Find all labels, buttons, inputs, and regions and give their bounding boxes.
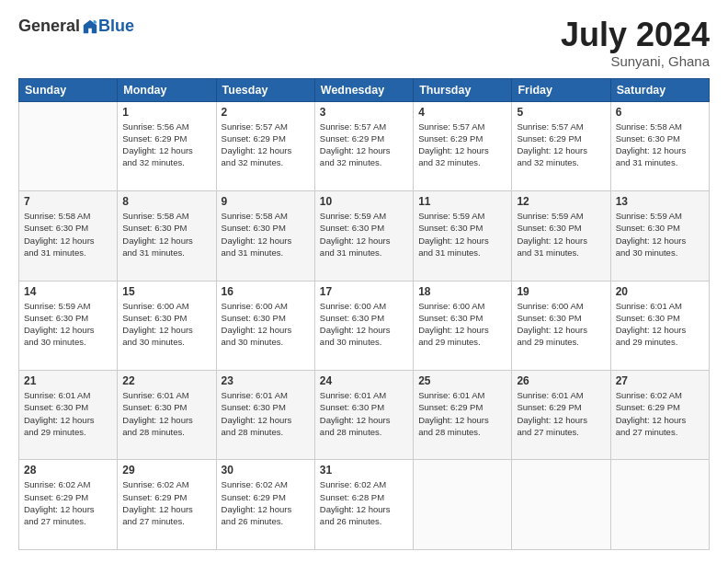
logo-blue-text: Blue (98, 17, 134, 36)
header: General Blue July 2024 Sunyani, Ghana (18, 17, 710, 69)
logo-general-text: General (18, 17, 80, 36)
calendar-location: Sunyani, Ghana (561, 53, 710, 69)
calendar-cell: 28Sunrise: 6:02 AM Sunset: 6:29 PM Dayli… (19, 460, 118, 550)
title-section: July 2024 Sunyani, Ghana (561, 17, 710, 69)
day-info: Sunrise: 6:02 AM Sunset: 6:28 PM Dayligh… (320, 478, 408, 527)
day-info: Sunrise: 6:02 AM Sunset: 6:29 PM Dayligh… (616, 389, 704, 438)
day-number: 9 (222, 195, 310, 208)
calendar-cell: 19Sunrise: 6:00 AM Sunset: 6:30 PM Dayli… (512, 281, 610, 370)
page: General Blue July 2024 Sunyani, Ghana Su… (0, 0, 728, 563)
day-info: Sunrise: 6:02 AM Sunset: 6:29 PM Dayligh… (222, 478, 310, 527)
day-info: Sunrise: 5:57 AM Sunset: 6:29 PM Dayligh… (320, 121, 408, 169)
day-info: Sunrise: 5:58 AM Sunset: 6:30 PM Dayligh… (24, 210, 112, 259)
calendar-cell: 11Sunrise: 5:59 AM Sunset: 6:30 PM Dayli… (414, 191, 512, 281)
day-info: Sunrise: 5:57 AM Sunset: 6:29 PM Dayligh… (222, 121, 310, 169)
day-number: 5 (517, 106, 605, 119)
day-number: 30 (222, 464, 310, 477)
calendar-cell: 29Sunrise: 6:02 AM Sunset: 6:29 PM Dayli… (118, 460, 216, 550)
calendar-cell: 21Sunrise: 6:01 AM Sunset: 6:30 PM Dayli… (19, 371, 118, 460)
calendar-cell: 27Sunrise: 6:02 AM Sunset: 6:29 PM Dayli… (610, 371, 709, 460)
day-number: 1 (122, 106, 210, 119)
calendar-cell: 17Sunrise: 6:00 AM Sunset: 6:30 PM Dayli… (314, 281, 413, 370)
day-info: Sunrise: 5:58 AM Sunset: 6:30 PM Dayligh… (616, 121, 704, 169)
day-info: Sunrise: 5:58 AM Sunset: 6:30 PM Dayligh… (122, 210, 210, 259)
day-info: Sunrise: 5:59 AM Sunset: 6:30 PM Dayligh… (24, 300, 112, 349)
day-info: Sunrise: 6:01 AM Sunset: 6:29 PM Dayligh… (418, 389, 506, 438)
day-header-friday: Friday (512, 78, 610, 101)
calendar-cell: 9Sunrise: 5:58 AM Sunset: 6:30 PM Daylig… (216, 191, 314, 281)
day-info: Sunrise: 5:59 AM Sunset: 6:30 PM Dayligh… (418, 210, 506, 259)
calendar-cell: 12Sunrise: 5:59 AM Sunset: 6:30 PM Dayli… (512, 191, 610, 281)
day-info: Sunrise: 5:59 AM Sunset: 6:30 PM Dayligh… (616, 210, 704, 259)
calendar-week-3: 14Sunrise: 5:59 AM Sunset: 6:30 PM Dayli… (19, 281, 710, 370)
day-info: Sunrise: 6:01 AM Sunset: 6:30 PM Dayligh… (122, 389, 210, 438)
day-info: Sunrise: 6:01 AM Sunset: 6:29 PM Dayligh… (517, 389, 605, 438)
day-info: Sunrise: 5:56 AM Sunset: 6:29 PM Dayligh… (122, 121, 210, 169)
calendar-header-row: SundayMondayTuesdayWednesdayThursdayFrid… (19, 78, 710, 101)
calendar-cell: 8Sunrise: 5:58 AM Sunset: 6:30 PM Daylig… (118, 191, 216, 281)
day-header-tuesday: Tuesday (216, 78, 314, 101)
calendar-cell (19, 101, 118, 190)
day-header-wednesday: Wednesday (314, 78, 413, 101)
day-number: 29 (122, 464, 210, 477)
day-number: 15 (122, 285, 210, 298)
day-info: Sunrise: 6:00 AM Sunset: 6:30 PM Dayligh… (222, 300, 310, 349)
day-info: Sunrise: 6:00 AM Sunset: 6:30 PM Dayligh… (320, 300, 408, 349)
calendar-cell: 14Sunrise: 5:59 AM Sunset: 6:30 PM Dayli… (19, 281, 118, 370)
calendar-week-5: 28Sunrise: 6:02 AM Sunset: 6:29 PM Dayli… (19, 460, 710, 550)
day-number: 26 (517, 374, 605, 387)
calendar-cell (414, 460, 512, 550)
calendar-week-1: 1Sunrise: 5:56 AM Sunset: 6:29 PM Daylig… (19, 101, 710, 190)
day-number: 27 (616, 374, 704, 387)
day-number: 23 (222, 374, 310, 387)
day-info: Sunrise: 6:01 AM Sunset: 6:30 PM Dayligh… (24, 389, 112, 438)
calendar-cell: 4Sunrise: 5:57 AM Sunset: 6:29 PM Daylig… (414, 101, 512, 190)
day-number: 20 (616, 285, 704, 298)
day-info: Sunrise: 6:02 AM Sunset: 6:29 PM Dayligh… (24, 478, 112, 527)
calendar-cell: 24Sunrise: 6:01 AM Sunset: 6:30 PM Dayli… (314, 371, 413, 460)
calendar-cell: 15Sunrise: 6:00 AM Sunset: 6:30 PM Dayli… (118, 281, 216, 370)
calendar-cell: 20Sunrise: 6:01 AM Sunset: 6:30 PM Dayli… (610, 281, 709, 370)
calendar-cell: 31Sunrise: 6:02 AM Sunset: 6:28 PM Dayli… (314, 460, 413, 550)
day-number: 17 (320, 285, 408, 298)
day-info: Sunrise: 5:59 AM Sunset: 6:30 PM Dayligh… (517, 210, 605, 259)
calendar-cell: 18Sunrise: 6:00 AM Sunset: 6:30 PM Dayli… (414, 281, 512, 370)
day-info: Sunrise: 6:00 AM Sunset: 6:30 PM Dayligh… (122, 300, 210, 349)
calendar-table: SundayMondayTuesdayWednesdayThursdayFrid… (18, 78, 710, 550)
day-info: Sunrise: 5:58 AM Sunset: 6:30 PM Dayligh… (222, 210, 310, 259)
day-number: 19 (517, 285, 605, 298)
day-number: 28 (24, 464, 112, 477)
calendar-cell: 3Sunrise: 5:57 AM Sunset: 6:29 PM Daylig… (314, 101, 413, 190)
day-number: 10 (320, 195, 408, 208)
day-number: 21 (24, 374, 112, 387)
day-number: 8 (122, 195, 210, 208)
day-number: 13 (616, 195, 704, 208)
calendar-cell: 13Sunrise: 5:59 AM Sunset: 6:30 PM Dayli… (610, 191, 709, 281)
day-info: Sunrise: 6:00 AM Sunset: 6:30 PM Dayligh… (517, 300, 605, 349)
day-info: Sunrise: 5:57 AM Sunset: 6:29 PM Dayligh… (517, 121, 605, 169)
day-number: 4 (418, 106, 506, 119)
day-number: 24 (320, 374, 408, 387)
day-info: Sunrise: 5:59 AM Sunset: 6:30 PM Dayligh… (320, 210, 408, 259)
day-number: 31 (320, 464, 408, 477)
calendar-cell: 26Sunrise: 6:01 AM Sunset: 6:29 PM Dayli… (512, 371, 610, 460)
day-number: 6 (616, 106, 704, 119)
day-info: Sunrise: 6:01 AM Sunset: 6:30 PM Dayligh… (616, 300, 704, 349)
day-number: 25 (418, 374, 506, 387)
day-header-saturday: Saturday (610, 78, 709, 101)
day-number: 18 (418, 285, 506, 298)
day-header-thursday: Thursday (414, 78, 512, 101)
logo-icon (82, 18, 98, 35)
day-number: 12 (517, 195, 605, 208)
calendar-cell: 1Sunrise: 5:56 AM Sunset: 6:29 PM Daylig… (118, 101, 216, 190)
day-number: 14 (24, 285, 112, 298)
day-info: Sunrise: 5:57 AM Sunset: 6:29 PM Dayligh… (418, 121, 506, 169)
calendar-cell: 22Sunrise: 6:01 AM Sunset: 6:30 PM Dayli… (118, 371, 216, 460)
calendar-cell: 23Sunrise: 6:01 AM Sunset: 6:30 PM Dayli… (216, 371, 314, 460)
day-info: Sunrise: 6:01 AM Sunset: 6:30 PM Dayligh… (320, 389, 408, 438)
calendar-title: July 2024 (561, 17, 710, 53)
calendar-cell: 7Sunrise: 5:58 AM Sunset: 6:30 PM Daylig… (19, 191, 118, 281)
calendar-cell: 6Sunrise: 5:58 AM Sunset: 6:30 PM Daylig… (610, 101, 709, 190)
calendar-week-4: 21Sunrise: 6:01 AM Sunset: 6:30 PM Dayli… (19, 371, 710, 460)
day-number: 11 (418, 195, 506, 208)
